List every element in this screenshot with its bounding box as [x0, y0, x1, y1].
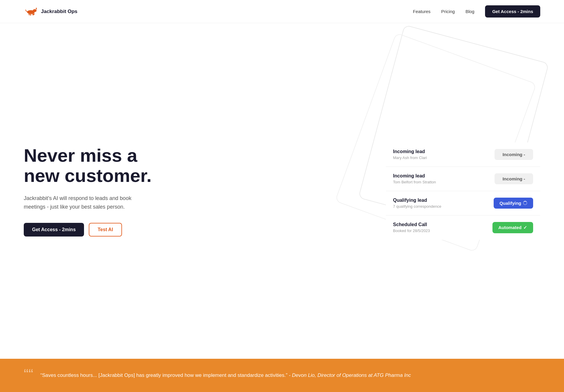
status-badge-3: Qualifying [494, 198, 533, 209]
lead-card-2: Incoming lead Tom Belfort from Stratton … [386, 167, 540, 191]
svg-rect-5 [32, 13, 34, 15]
lead-title-2: Incoming lead [393, 173, 436, 179]
hero-buttons: Get Access - 2mins Test AI [24, 223, 196, 237]
navbar: Jackrabbit Ops Features Pricing Blog Get… [0, 0, 564, 23]
lead-sub-4: Booked for 28/5/2023 [393, 228, 430, 233]
logo[interactable]: Jackrabbit Ops [24, 7, 77, 16]
status-badge-4: Automated ✓ [492, 222, 533, 233]
logo-icon [24, 7, 38, 16]
hero-primary-button[interactable]: Get Access - 2mins [24, 223, 84, 237]
lead-info-1: Incoming lead Mary Ash from Clari [393, 149, 427, 160]
lead-card-4: Scheduled Call Booked for 28/5/2023 Auto… [386, 215, 540, 240]
svg-rect-4 [30, 13, 31, 15]
lead-info-2: Incoming lead Tom Belfort from Stratton [393, 173, 436, 184]
svg-marker-2 [36, 7, 37, 9]
status-badge-1: Incoming - [495, 149, 533, 160]
lead-card-3: Qualifying lead 7 qualifying corresponde… [386, 191, 540, 215]
quote-icon: ““ [24, 367, 33, 381]
testimonial-banner: ““ “Saves countless hours... [Jackrabbit… [0, 359, 564, 392]
lead-title-4: Scheduled Call [393, 222, 430, 227]
nav-features[interactable]: Features [413, 9, 430, 14]
hero-left: Never miss anew customer. Jackrabbit's A… [24, 145, 196, 237]
nav-cta-button[interactable]: Get Access - 2mins [485, 5, 540, 18]
hero-title: Never miss anew customer. [24, 145, 196, 186]
logo-text: Jackrabbit Ops [41, 9, 77, 15]
nav-pricing[interactable]: Pricing [441, 9, 455, 14]
status-badge-2: Incoming - [495, 173, 533, 184]
hero-section: Never miss anew customer. Jackrabbit's A… [0, 23, 564, 359]
lead-sub-1: Mary Ash from Clari [393, 155, 427, 160]
lead-title-1: Incoming lead [393, 149, 427, 154]
lead-info-4: Scheduled Call Booked for 28/5/2023 [393, 222, 430, 233]
testimonial-text: “Saves countless hours... [Jackrabbit Op… [40, 371, 411, 379]
nav-links: Features Pricing Blog Get Access - 2mins [413, 5, 540, 18]
hero-secondary-button[interactable]: Test AI [89, 223, 122, 237]
lead-card-1: Incoming lead Mary Ash from Clari Incomi… [386, 142, 540, 167]
hero-cards: Incoming lead Mary Ash from Clari Incomi… [386, 142, 540, 240]
qualifying-spinner [523, 201, 527, 205]
hero-subtitle: Jackrabbit's AI will respond to leads an… [24, 194, 154, 211]
automated-checkmark: ✓ [523, 225, 527, 230]
svg-point-1 [33, 9, 37, 12]
lead-info-3: Qualifying lead 7 qualifying corresponde… [393, 198, 441, 209]
lead-sub-2: Tom Belfort from Stratton [393, 180, 436, 184]
nav-blog[interactable]: Blog [465, 9, 474, 14]
lead-title-3: Qualifying lead [393, 198, 441, 203]
lead-sub-3: 7 qualifying correspondence [393, 204, 441, 209]
